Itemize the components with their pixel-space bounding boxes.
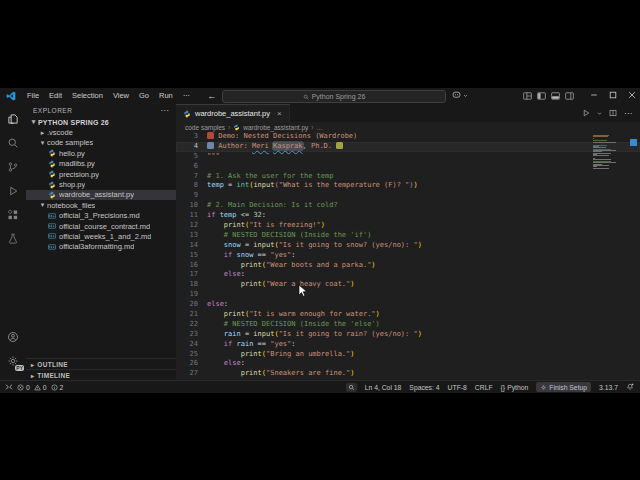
tree-item-shop-py[interactable]: shop.py <box>26 179 176 189</box>
code-line-7[interactable]: 7# 1. Ask the user for the temp <box>176 172 640 182</box>
command-center-search[interactable]: Python Spring 26 <box>222 90 446 103</box>
code-line-12[interactable]: 12print("It is freezing!") <box>176 221 640 231</box>
code-line-26[interactable]: 26else: <box>176 359 640 369</box>
activity-testing[interactable] <box>0 228 26 250</box>
minimize-icon[interactable] <box>590 91 598 99</box>
code-line-13[interactable]: 13# NESTED DECISION (Inside the 'if') <box>176 231 640 241</box>
tree-item-precision-py[interactable]: precision.py <box>26 169 176 179</box>
activity-explorer[interactable] <box>0 108 26 130</box>
encoding[interactable]: UTF-8 <box>448 384 467 391</box>
beaker-icon <box>7 233 19 245</box>
code-line-8[interactable]: 8temp = int(input("What is the temperatu… <box>176 181 640 191</box>
tree-item-official3aformatting-md[interactable]: official3aformatting.md <box>26 242 176 252</box>
tree-item-hello-py[interactable]: hello.py <box>26 148 176 158</box>
breadcrumb-symbol[interactable]: … <box>317 124 324 131</box>
code-line-21[interactable]: 21print("It is warm enough for water.") <box>176 310 640 320</box>
code-line-15[interactable]: 15if snow == "yes": <box>176 251 640 261</box>
customize-layout-icon[interactable] <box>523 92 532 100</box>
code-line-24[interactable]: 24if rain == "yes": <box>176 340 640 350</box>
tree-item-official-weeks-1-and-2-md[interactable]: official_weeks_1_and_2.md <box>26 231 176 241</box>
tree-item-official-3-precisions-md[interactable]: official_3_Precisions.md <box>26 211 176 221</box>
notifications-bell-icon[interactable] <box>626 383 634 391</box>
code-line-11[interactable]: 11if temp <= 32: <box>176 211 640 221</box>
menu-run[interactable]: Run <box>154 88 178 104</box>
explorer-more-icon[interactable]: ⋯ <box>161 106 170 115</box>
tree-item-label: madlibs.py <box>59 159 95 168</box>
account-button[interactable] <box>0 326 26 348</box>
run-python-file-icon[interactable] <box>582 109 590 117</box>
remote-indicator-icon[interactable] <box>5 383 13 391</box>
tree-item-wardrobe-assistant-py[interactable]: wardrobe_assistant.py <box>26 190 176 200</box>
toggle-secondary-sidebar-icon[interactable] <box>565 92 574 100</box>
code-line-18[interactable]: 18print("Wear a heavy coat.") <box>176 280 640 290</box>
tab-close-icon[interactable]: × <box>277 109 282 118</box>
code-area[interactable]: 3 Demo: Nested Decisions (Wardrobe)4 Aut… <box>176 132 640 380</box>
line-number: 5 <box>176 152 198 162</box>
menu-go[interactable]: Go <box>134 88 154 104</box>
code-line-5[interactable]: 5""" <box>176 152 640 162</box>
gear-icon <box>540 384 547 391</box>
code-line-16[interactable]: 16print("Wear boots and a parka.") <box>176 261 640 271</box>
copilot-button[interactable] <box>452 91 468 99</box>
tree-item-madlibs-py[interactable]: madlibs.py <box>26 159 176 169</box>
python-version[interactable]: 3.13.7 <box>599 384 618 391</box>
activity-search[interactable] <box>0 132 26 154</box>
code-line-17[interactable]: 17else: <box>176 270 640 280</box>
code-line-9[interactable]: 9 <box>176 191 640 201</box>
py-file-icon <box>48 149 56 157</box>
section-timeline[interactable]: ▸ TIMELINE <box>26 369 176 380</box>
tree-item-official-course-contract-md[interactable]: official_course_contract.md <box>26 221 176 231</box>
run-dropdown-chevron-icon[interactable] <box>597 111 602 116</box>
toggle-panel-icon[interactable] <box>551 92 560 100</box>
menu-file[interactable]: File <box>22 88 44 104</box>
toggle-primary-sidebar-icon[interactable] <box>537 92 546 100</box>
eol-sequence[interactable]: CRLF <box>475 384 493 391</box>
code-line-6[interactable]: 6 <box>176 162 640 172</box>
settings-button[interactable]: PY <box>0 350 26 372</box>
finish-setup-button[interactable]: Finish Setup <box>536 382 591 392</box>
cursor-position[interactable]: Ln 4, Col 18 <box>365 384 402 391</box>
warning-count: 0 <box>43 384 47 391</box>
minimap[interactable] <box>593 135 623 169</box>
code-line-23[interactable]: 23rain = input("Is it going to rain? (ye… <box>176 330 640 340</box>
tree-item-code-samples[interactable]: ▾code samples <box>26 138 176 148</box>
section-outline[interactable]: ▸ OUTLINE <box>26 358 176 369</box>
problems-errors[interactable]: 0 <box>17 384 30 391</box>
activity-run-debug[interactable] <box>0 180 26 202</box>
menu-edit[interactable]: Edit <box>44 88 67 104</box>
code-line-3[interactable]: 3 Demo: Nested Decisions (Wardrobe) <box>176 132 640 142</box>
back-icon[interactable]: ← <box>207 91 216 101</box>
activity-extensions[interactable] <box>0 204 26 226</box>
menu-selection[interactable]: Selection <box>67 88 108 104</box>
problems-infos[interactable]: 2 <box>51 384 64 391</box>
activity-source-control[interactable] <box>0 156 26 178</box>
problems-warnings[interactable]: 0 <box>34 384 47 391</box>
close-icon[interactable] <box>628 91 636 99</box>
code-line-4[interactable]: 4 Author: Meri Kasprak, Ph.D. <box>176 142 640 152</box>
code-line-22[interactable]: 22# NESTED DECISION (Inside the 'else') <box>176 320 640 330</box>
menu-more[interactable]: ⋯ <box>178 88 196 104</box>
indentation[interactable]: Spaces: 4 <box>409 384 439 391</box>
tree-item-python-spring-26[interactable]: ▾PYTHON SPRING 26 <box>26 117 176 127</box>
tree-item-notebook-files[interactable]: ▾notebook_files <box>26 200 176 210</box>
code-line-27[interactable]: 27print("Sneakers are fine.") <box>176 369 640 379</box>
code-line-10[interactable]: 10# 2. Main Decision: Is it cold? <box>176 201 640 211</box>
maximize-icon[interactable] <box>609 91 617 99</box>
language-mode[interactable]: {} Python <box>501 384 529 391</box>
tab-wardrobe-assistant[interactable]: wardrobe_assistant.py × <box>176 104 290 122</box>
overview-ruler[interactable] <box>626 132 640 380</box>
code-line-20[interactable]: 20else: <box>176 300 640 310</box>
editor-more-icon[interactable]: ⋯ <box>624 109 632 118</box>
zoom-indicator[interactable] <box>346 383 357 392</box>
minimap-line <box>593 136 608 137</box>
breadcrumb-folder[interactable]: code samples <box>185 124 225 131</box>
py-file-icon <box>48 170 56 178</box>
split-editor-icon[interactable] <box>609 109 617 117</box>
code-line-25[interactable]: 25print("Bring an umbrella.") <box>176 350 640 360</box>
breadcrumb-file[interactable]: wardrobe_assistant.py <box>243 124 308 131</box>
code-line-14[interactable]: 14snow = input("Is it going to snow? (ye… <box>176 241 640 251</box>
code-line-19[interactable]: 19 <box>176 290 640 300</box>
menu-view[interactable]: View <box>108 88 134 104</box>
tree-item--vscode[interactable]: ▸.vscode <box>26 127 176 137</box>
status-left: 0 0 2 <box>0 383 63 391</box>
